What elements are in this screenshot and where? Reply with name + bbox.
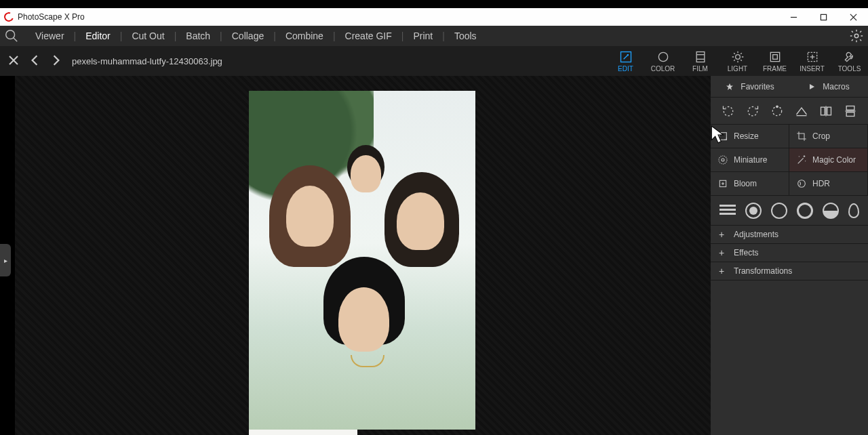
adjustments-label: Adjustments — [734, 230, 778, 239]
svg-point-10 — [658, 52, 667, 61]
window-title: PhotoScape X Pro — [18, 12, 85, 22]
menu-cutout[interactable]: Cut Out — [127, 26, 168, 46]
adjustments-expander[interactable]: + Adjustments — [711, 226, 868, 244]
tool-tab-color[interactable]: COLOR — [644, 46, 682, 76]
menu-batch[interactable]: Batch — [182, 26, 214, 46]
hdr-label: HDR — [812, 179, 830, 188]
svg-rect-1 — [821, 14, 826, 20]
search-icon[interactable] — [4, 28, 19, 43]
magic-wand-icon — [796, 154, 807, 165]
svg-point-4 — [6, 30, 15, 39]
prev-image-button[interactable] — [28, 54, 41, 68]
tool-tab-label: INSERT — [800, 65, 825, 72]
svg-point-23 — [776, 106, 778, 108]
plus-icon: + — [717, 229, 726, 240]
svg-rect-25 — [821, 107, 825, 115]
svg-rect-15 — [770, 52, 779, 61]
svg-point-6 — [854, 34, 859, 38]
mouse-cursor-icon — [711, 125, 726, 144]
bloom-icon — [717, 178, 728, 189]
plus-icon: + — [717, 247, 726, 258]
svg-point-14 — [735, 54, 740, 59]
crop-button[interactable]: Crop — [789, 125, 868, 148]
vignette-preset-4-icon[interactable] — [823, 203, 839, 219]
tool-tab-label: EDIT — [618, 65, 633, 72]
svg-marker-21 — [810, 84, 814, 89]
tool-tab-label: FRAME — [763, 65, 787, 72]
rotate-ccw-button[interactable] — [720, 103, 736, 119]
transformations-expander[interactable]: + Transformations — [711, 262, 868, 281]
plus-icon: + — [717, 266, 726, 276]
bloom-button[interactable]: Bloom — [711, 172, 789, 196]
flip-horizontal-button[interactable] — [818, 103, 834, 119]
macros-label: Macros — [823, 82, 849, 91]
app-logo-icon — [3, 11, 16, 24]
tool-tab-frame[interactable]: FRAME — [756, 46, 793, 76]
favorites-label: Favorites — [741, 82, 774, 91]
flip-vertical-button[interactable] — [842, 103, 859, 119]
hdr-button[interactable]: HDR — [789, 172, 868, 196]
current-photo[interactable] — [249, 91, 475, 430]
window-titlebar: PhotoScape X Pro — [0, 8, 868, 26]
menu-collage[interactable]: Collage — [228, 26, 268, 46]
settings-gear-icon[interactable] — [849, 28, 864, 43]
blur-drop-icon[interactable] — [848, 203, 859, 218]
favorites-button[interactable]: Favorites — [711, 82, 789, 91]
svg-point-37 — [798, 180, 806, 188]
edit-side-panel: Favorites Macros Resize Crop Miniature M… — [711, 76, 868, 435]
current-filename: pexels-muhammad-lutfy-12430063.jpg — [72, 56, 222, 66]
menu-viewer[interactable]: Viewer — [31, 26, 68, 46]
tool-tab-tools[interactable]: TOOLS — [831, 46, 868, 76]
svg-point-22 — [772, 106, 781, 115]
tool-tab-insert[interactable]: INSERT — [793, 46, 831, 76]
menu-editor[interactable]: Editor — [81, 26, 115, 46]
resize-label: Resize — [734, 131, 759, 141]
star-icon — [726, 83, 734, 91]
next-image-button[interactable] — [50, 54, 62, 68]
menu-creategif[interactable]: Create GIF — [341, 26, 396, 46]
tool-tab-label: LIGHT — [728, 65, 747, 72]
close-file-button[interactable] — [8, 55, 19, 68]
tool-tab-film[interactable]: FILM — [682, 46, 719, 76]
crop-icon — [796, 131, 807, 142]
play-icon — [808, 83, 816, 91]
window-minimize-button[interactable] — [778, 8, 808, 26]
bloom-label: Bloom — [734, 179, 757, 188]
svg-rect-29 — [846, 112, 854, 116]
window-close-button[interactable] — [838, 8, 868, 26]
svg-marker-20 — [726, 83, 733, 90]
tool-tab-label: FILM — [692, 65, 708, 72]
svg-rect-26 — [827, 107, 831, 115]
tool-tab-label: COLOR — [651, 65, 675, 72]
svg-rect-11 — [696, 51, 705, 62]
crop-label: Crop — [812, 131, 830, 141]
rotate-cw-button[interactable] — [745, 103, 761, 119]
editor-tool-tabs: EDIT COLOR FILM LIGHT FRAME INSERT TOOLS — [607, 46, 868, 76]
effects-expander[interactable]: + Effects — [711, 244, 868, 262]
vignette-preset-1-icon[interactable] — [745, 203, 762, 219]
svg-point-33 — [722, 159, 724, 161]
vignette-preset-3-icon[interactable] — [797, 203, 813, 219]
window-maximize-button[interactable] — [808, 8, 838, 26]
tool-tab-edit[interactable]: EDIT — [607, 46, 644, 76]
expand-thumbnails-handle[interactable]: ▸ — [0, 244, 11, 276]
rotate-arbitrary-button[interactable] — [769, 103, 785, 119]
effects-label: Effects — [734, 248, 758, 257]
tool-tab-label: TOOLS — [838, 65, 861, 72]
vignette-preset-2-icon[interactable] — [771, 203, 787, 219]
menu-tools[interactable]: Tools — [450, 26, 481, 46]
levels-preset-icon[interactable] — [719, 203, 736, 219]
svg-rect-16 — [772, 54, 777, 59]
main-menubar: Viewer| Editor| Cut Out| Batch| Collage|… — [0, 26, 868, 46]
transformations-label: Transformations — [734, 266, 792, 276]
svg-rect-28 — [846, 106, 854, 110]
magic-color-button[interactable]: Magic Color — [789, 148, 868, 172]
menu-combine[interactable]: Combine — [281, 26, 328, 46]
straighten-button[interactable] — [793, 103, 810, 119]
miniature-label: Miniature — [734, 155, 767, 165]
tool-tab-light[interactable]: LIGHT — [719, 46, 756, 76]
menu-print[interactable]: Print — [409, 26, 437, 46]
miniature-button[interactable]: Miniature — [711, 148, 789, 172]
macros-button[interactable]: Macros — [789, 82, 868, 91]
magic-color-label: Magic Color — [812, 155, 856, 165]
